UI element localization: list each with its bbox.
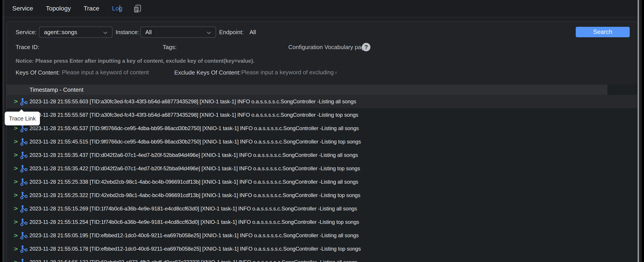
log-row-text: 2023-11-28 21:55:45.537 [TID:9f0766dc-ce… [30,122,359,135]
tab-trace[interactable]: Trace [84,5,99,12]
trace-id-input[interactable] [40,42,160,53]
endpoint-input[interactable] [245,26,310,38]
log-row-text: 2023-11-28 21:55:25.338 [TID:42ebd2cb-98… [30,175,358,188]
log-row[interactable]: > 2023-11-28 21:55:35.422 [TID:d042f2a6-… [6,162,639,175]
log-row-text: 2023-11-28 21:55:25.322 [TID:42ebd2cb-98… [30,188,360,202]
expand-chevron-icon[interactable]: > [14,246,18,252]
trace-link-icon[interactable] [20,165,28,174]
log-row-text: 2023-11-28 21:55:55.587 [TID:a30fc3ed-fc… [30,108,358,122]
tags-input[interactable] [179,42,287,53]
keys-of-content-input[interactable] [57,67,172,78]
tab-service[interactable]: Service [12,5,33,12]
trace-link-icon[interactable] [20,178,28,187]
trace-link-icon[interactable] [20,258,28,262]
log-row-text: 2023-11-28 21:54:55.122 [TID:60ebdc02-e8… [30,256,357,262]
exclude-keys-input[interactable] [237,67,341,78]
trace-link-icon[interactable] [20,98,28,107]
expand-chevron-icon[interactable]: > [14,219,18,226]
text-cursor [120,5,120,12]
log-query-panel: Service: agent::songs Instance: All Endp… [6,21,639,262]
configuration-vocabulary-link[interactable]: Configuration Vocabulary page [288,42,368,53]
trace-link-icon[interactable] [20,245,28,254]
expand-chevron-icon[interactable]: > [14,192,18,198]
trace-link-icon[interactable] [20,151,28,160]
instance-label: Instance: [116,26,139,38]
log-row[interactable]: > 2023-11-28 21:55:45.515 [TID:9f0766dc-… [6,135,639,148]
endpoint-label: Endpoint: [219,26,244,38]
log-rows: > 2023-11-28 21:55:55.603 [TID:a30fc3ed-… [6,95,639,262]
expand-chevron-icon[interactable]: > [14,259,18,262]
log-row[interactable]: > 2023-11-28 21:55:45.537 [TID:9f0766dc-… [6,122,639,135]
service-select-value: agent::songs [44,27,77,37]
help-question-icon[interactable]: ? [362,43,370,51]
trace-link-icon[interactable] [20,232,28,240]
instance-select[interactable]: All [140,26,216,38]
table-header-label: Timestamp - Content [30,84,84,95]
log-row[interactable]: > 2023-11-28 21:55:25.322 [TID:42ebd2cb-… [6,188,639,202]
log-row[interactable]: > 2023-11-28 21:54:55.122 [TID:60ebdc02-… [6,256,639,262]
chevron-down-icon [207,27,211,37]
expand-chevron-icon[interactable]: > [14,152,18,158]
trace-link-icon[interactable] [20,138,28,147]
notice-text: Notice: Please press Enter after inputti… [16,58,254,64]
scrollbar-thumb[interactable] [638,0,639,262]
expand-chevron-icon[interactable]: > [14,232,18,239]
scrollbar[interactable] [637,0,640,262]
log-row[interactable]: > 2023-11-28 21:55:05.178 [TID:efbbed12-… [6,242,639,256]
log-row-text: 2023-11-28 21:55:55.603 [TID:a30fc3ed-fc… [30,95,356,108]
instance-select-value: All [145,27,152,37]
tab-log[interactable]: Log [112,5,122,12]
log-row-text: 2023-11-28 21:55:05.195 [TID:efbbed12-1d… [30,229,359,242]
service-select[interactable]: agent::songs [39,26,112,38]
service-label: Service: [16,26,36,38]
log-row[interactable]: > 2023-11-28 21:55:05.195 [TID:efbbed12-… [6,229,639,242]
log-row-text: 2023-11-28 21:55:15.254 [TID:1f74b0c6-a3… [30,215,359,229]
tags-label: Tags: [163,42,176,53]
expand-chevron-icon[interactable]: > [14,138,18,145]
tab-topology[interactable]: Topology [46,5,71,12]
app-window: Service Topology Trace Log Service: agen… [2,0,642,262]
log-row-text: 2023-11-28 21:55:45.515 [TID:9f0766dc-ce… [30,135,361,148]
trace-link-icon[interactable] [20,124,28,134]
trace-link-tooltip: Trace Link [5,112,40,126]
log-row[interactable]: > 2023-11-28 21:55:35.437 [TID:d042f2a6-… [6,148,639,162]
log-row-text: 2023-11-28 21:55:15.269 [TID:1f74b0c6-a3… [30,202,357,215]
log-row-text: 2023-11-28 21:55:35.422 [TID:d042f2a6-07… [30,162,360,175]
log-row[interactable]: > 2023-11-28 21:55:15.269 [TID:1f74b0c6-… [6,202,639,215]
search-button[interactable]: Search [576,27,630,37]
trace-link-icon[interactable] [20,218,28,227]
log-row[interactable]: > 2023-11-28 21:55:55.587 [TID:a30fc3ed-… [6,108,639,122]
exclude-keys-label: Exclude Keys Of Content: [174,67,241,78]
window-left-edge [4,0,4,262]
expand-chevron-icon[interactable]: > [14,179,18,185]
copy-pages-icon[interactable] [132,3,142,14]
table-header-row: Timestamp - Content [6,84,608,95]
log-row[interactable]: > 2023-11-28 21:55:15.254 [TID:1f74b0c6-… [6,215,639,229]
trace-id-label: Trace ID: [16,42,39,53]
expand-chevron-icon[interactable]: > [14,98,18,105]
expand-chevron-icon[interactable]: > [14,165,18,172]
trace-link-icon[interactable] [20,205,28,214]
expand-chevron-icon[interactable]: > [14,206,18,212]
log-row[interactable]: > 2023-11-28 21:55:55.603 [TID:a30fc3ed-… [6,95,639,108]
trace-link-icon[interactable] [20,192,28,200]
chevron-down-icon [103,27,108,37]
log-row-text: 2023-11-28 21:55:35.437 [TID:d042f2a6-07… [30,148,358,162]
keys-of-content-label: Keys Of Content: [16,67,60,78]
log-row[interactable]: > 2023-11-28 21:55:25.338 [TID:42ebd2cb-… [6,175,639,188]
expand-chevron-icon[interactable]: > [14,125,18,132]
log-row-text: 2023-11-28 21:55:05.178 [TID:efbbed12-1d… [30,242,361,256]
top-navigation: Service Topology Trace Log [2,0,642,17]
tooltip-text: Trace Link [9,115,36,122]
